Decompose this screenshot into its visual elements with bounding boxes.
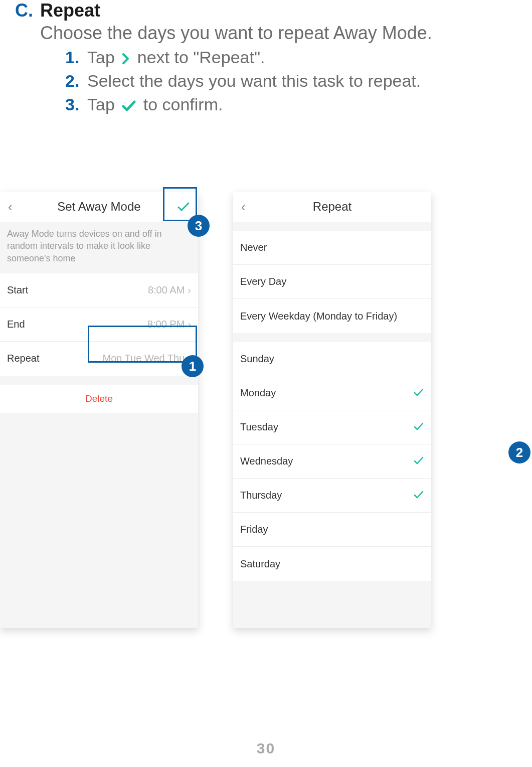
option-label: Every Day xyxy=(240,276,286,287)
callout-badge-2: 2 xyxy=(508,441,530,464)
repeat-value: Mon Tue Wed Thu xyxy=(103,353,185,364)
check-icon xyxy=(413,490,424,501)
option-every-day[interactable]: Every Day xyxy=(233,265,431,299)
section-title: Repeat xyxy=(40,0,100,21)
day-monday[interactable]: Monday xyxy=(233,376,431,410)
step-1: 1. Tap next to "Repeat". xyxy=(65,48,421,67)
day-sunday[interactable]: Sunday xyxy=(233,342,431,376)
option-every-weekday[interactable]: Every Weekday (Monday to Friday) xyxy=(233,299,431,333)
back-button[interactable]: ‹ xyxy=(8,199,13,215)
screen-title: Set Away Mode xyxy=(0,200,198,214)
start-label: Start xyxy=(7,284,28,296)
check-icon xyxy=(121,100,136,112)
back-button[interactable]: ‹ xyxy=(241,199,246,215)
check-icon xyxy=(413,421,424,433)
option-label: Every Weekday (Monday to Friday) xyxy=(240,311,397,322)
day-label: Thursday xyxy=(240,490,282,501)
day-wednesday[interactable]: Wednesday xyxy=(233,444,431,479)
section-letter: C. xyxy=(15,0,33,21)
day-label: Saturday xyxy=(240,558,280,570)
step-text-a: Tap xyxy=(87,48,115,67)
step-number: 3. xyxy=(65,95,87,114)
chevron-right-icon: › xyxy=(188,319,191,330)
check-icon xyxy=(413,455,424,467)
screen-header: ‹ Set Away Mode xyxy=(0,192,198,222)
day-friday[interactable]: Friday xyxy=(233,513,431,547)
confirm-button[interactable] xyxy=(177,202,190,212)
screen-title: Repeat xyxy=(233,200,431,214)
delete-button[interactable]: Delete xyxy=(0,385,198,413)
screen-repeat: ‹ Repeat Never Every Day Every Weekday (… xyxy=(233,192,431,628)
days-list: Sunday Monday Tuesday Wednesday Thursday… xyxy=(233,342,431,581)
delete-label: Delete xyxy=(85,393,113,404)
step-text-b: next to "Repeat". xyxy=(137,48,265,67)
step-text-a: Tap xyxy=(87,95,115,114)
chevron-right-icon: › xyxy=(188,284,191,296)
away-mode-description: Away Mode turns devices on and off in ra… xyxy=(0,222,198,273)
option-never[interactable]: Never xyxy=(233,231,431,265)
end-value: 8:00 PM xyxy=(147,319,185,330)
option-label: Never xyxy=(240,242,267,253)
end-label: End xyxy=(7,319,25,330)
screen-header: ‹ Repeat xyxy=(233,192,431,222)
day-saturday[interactable]: Saturday xyxy=(233,547,431,581)
steps-list: 1. Tap next to "Repeat". 2. Select the d… xyxy=(65,48,421,118)
page-number: 30 xyxy=(0,740,532,757)
start-value: 8:00 AM xyxy=(148,284,185,296)
preset-list: Never Every Day Every Weekday (Monday to… xyxy=(233,231,431,333)
day-thursday[interactable]: Thursday xyxy=(233,479,431,513)
day-label: Tuesday xyxy=(240,421,278,433)
start-row[interactable]: Start 8:00 AM › xyxy=(0,273,198,308)
chevron-right-icon xyxy=(121,52,130,65)
step-number: 2. xyxy=(65,71,87,91)
end-row[interactable]: End 8:00 PM › xyxy=(0,308,198,342)
step-number: 1. xyxy=(65,48,87,67)
step-3: 3. Tap to confirm. xyxy=(65,95,421,114)
day-label: Sunday xyxy=(240,353,274,365)
step-text-b: to confirm. xyxy=(143,95,223,114)
step-text: Select the days you want this task to re… xyxy=(87,71,421,91)
screen-set-away-mode: ‹ Set Away Mode Away Mode turns devices … xyxy=(0,192,198,628)
check-icon xyxy=(413,387,424,399)
day-label: Wednesday xyxy=(240,455,293,467)
day-label: Monday xyxy=(240,387,276,399)
day-tuesday[interactable]: Tuesday xyxy=(233,410,431,444)
section-description: Choose the days you want to repeat Away … xyxy=(40,23,432,44)
repeat-label: Repeat xyxy=(7,353,40,364)
chevron-right-icon: › xyxy=(188,353,191,364)
step-2: 2. Select the days you want this task to… xyxy=(65,71,421,91)
repeat-row[interactable]: Repeat Mon Tue Wed Thu › xyxy=(0,342,198,376)
day-label: Friday xyxy=(240,524,268,535)
